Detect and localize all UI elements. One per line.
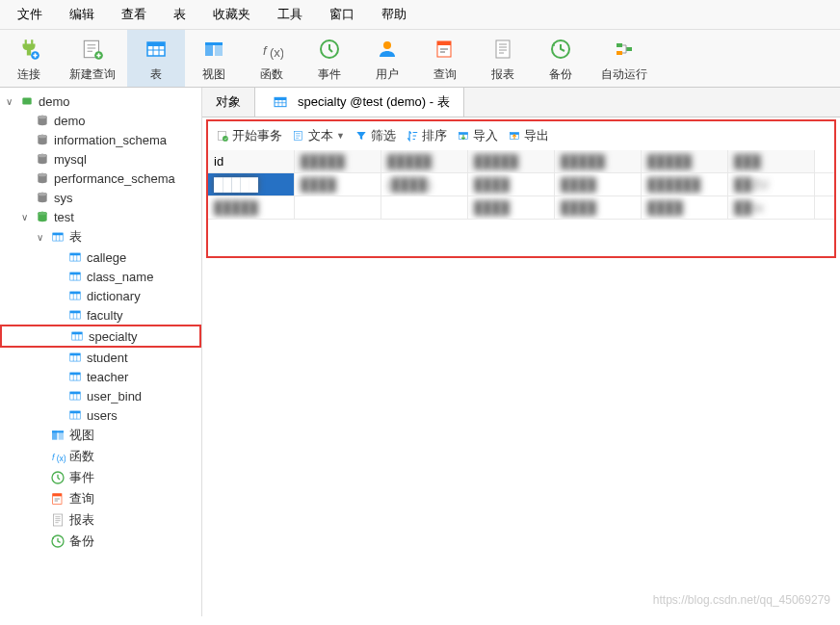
svg-rect-18 xyxy=(626,47,632,51)
tblbtn-import-icon[interactable]: 导入 xyxy=(457,127,498,144)
tableitem-icon xyxy=(67,388,83,404)
tree-information_schema[interactable]: information_schema xyxy=(0,130,201,149)
tree-demo[interactable]: ∨demo xyxy=(0,91,201,111)
toolbar-function-icon[interactable]: f(x)函数 xyxy=(243,30,301,87)
col-header[interactable]: █████ xyxy=(295,150,381,172)
tblbtn-tx-icon[interactable]: 开始事务 xyxy=(216,127,282,144)
tree-备份[interactable]: 备份 xyxy=(0,531,201,552)
toolbar-report-icon[interactable]: 报表 xyxy=(474,30,532,87)
table-row[interactable]: █████████(████)████████████████ZU xyxy=(208,173,834,196)
tree-users[interactable]: users xyxy=(0,405,201,425)
tree-事件[interactable]: 事件 xyxy=(0,467,201,488)
tableitem-icon xyxy=(67,369,83,384)
toolbar-view-icon[interactable]: 视图 xyxy=(185,30,243,87)
toolbar-plug-icon[interactable]: 连接 xyxy=(0,30,58,87)
cell[interactable]: ████ xyxy=(555,196,642,219)
table-row[interactable]: ███████████████████ro xyxy=(208,196,834,220)
db-icon xyxy=(35,190,50,205)
cell[interactable]: █████ xyxy=(208,173,295,195)
newquery-icon xyxy=(79,36,106,63)
tree-toggle[interactable]: ∨ xyxy=(33,232,46,243)
tblbtn-filter-icon[interactable]: 筛选 xyxy=(354,127,396,144)
svg-rect-47 xyxy=(70,373,81,375)
tree-label: sys xyxy=(54,191,73,205)
db-icon xyxy=(35,132,50,147)
tree-视图[interactable]: 视图 xyxy=(0,425,201,446)
cell[interactable]: ██████ xyxy=(642,173,728,195)
col-header[interactable]: █████ xyxy=(555,150,642,172)
tree-toggle[interactable]: ∨ xyxy=(17,212,31,222)
tree-callege[interactable]: callege xyxy=(0,247,201,267)
svg-point-21 xyxy=(38,116,46,119)
tree-表[interactable]: ∨表 xyxy=(0,226,201,247)
tree-performance_schema[interactable]: performance_schema xyxy=(0,169,201,188)
svg-rect-19 xyxy=(22,98,31,105)
cell[interactable]: ████ xyxy=(295,173,381,195)
report-icon xyxy=(50,512,66,528)
tree-specialty[interactable]: specialty xyxy=(0,325,201,348)
tblbtn-text-icon[interactable]: 文本 ▼ xyxy=(292,127,345,144)
col-header[interactable]: █████ xyxy=(468,150,555,172)
tree-demo[interactable]: demo xyxy=(0,111,201,130)
menu-查看[interactable]: 查看 xyxy=(108,2,160,27)
cell[interactable]: ██ZU xyxy=(728,173,815,195)
menu-表[interactable]: 表 xyxy=(160,2,199,27)
cell[interactable] xyxy=(295,196,381,219)
tree-class_name[interactable]: class_name xyxy=(0,267,201,286)
tree-报表[interactable]: 报表 xyxy=(0,509,201,531)
menu-窗口[interactable]: 窗口 xyxy=(316,2,368,27)
tree-函数[interactable]: f(x)函数 xyxy=(0,446,201,467)
menu-帮助[interactable]: 帮助 xyxy=(368,2,420,27)
text-icon xyxy=(292,129,305,143)
tblbtn-export-icon[interactable]: 导出 xyxy=(508,127,549,144)
cell[interactable]: ████ xyxy=(642,196,728,219)
filter-icon xyxy=(354,129,368,143)
cell[interactable]: ████ xyxy=(555,173,642,195)
tree-faculty[interactable]: faculty xyxy=(0,305,201,325)
col-header[interactable]: ███ xyxy=(728,150,815,172)
tree-test[interactable]: ∨test xyxy=(0,207,201,226)
toolbar-autorun-icon[interactable]: 自动运行 xyxy=(590,30,659,87)
col-header[interactable]: █████ xyxy=(642,150,728,172)
tree-teacher[interactable]: teacher xyxy=(0,367,201,386)
tblbtn-label: 排序 xyxy=(422,127,447,144)
tree-label: specialty xyxy=(89,329,138,344)
col-header[interactable]: id xyxy=(208,150,295,172)
cell[interactable]: ██ro xyxy=(728,196,815,219)
svg-rect-43 xyxy=(72,332,83,334)
cell[interactable]: █████ xyxy=(208,196,295,219)
toolbar-table-icon[interactable]: 表 xyxy=(127,30,185,87)
menu-收藏夹[interactable]: 收藏夹 xyxy=(199,2,264,27)
cell[interactable]: ████ xyxy=(468,196,555,219)
col-header[interactable]: █████ xyxy=(381,150,468,172)
toolbar-event-icon[interactable]: 事件 xyxy=(301,30,358,87)
highlighted-region: 开始事务文本 ▼筛选排序导入导出 id█████████████████████… xyxy=(206,119,836,258)
tblbtn-sort-icon[interactable]: 排序 xyxy=(406,127,447,144)
toolbar-user-icon[interactable]: 用户 xyxy=(358,30,416,87)
toolbar-query-icon[interactable]: 查询 xyxy=(416,30,474,87)
cell[interactable]: ████ xyxy=(468,173,555,195)
view-icon xyxy=(50,428,66,443)
tree-sys[interactable]: sys xyxy=(0,188,201,207)
tableitem-icon xyxy=(69,328,85,344)
tblbtn-label: 导入 xyxy=(473,127,498,144)
tree-toggle[interactable]: ∨ xyxy=(2,96,15,107)
toolbar-backup-icon[interactable]: 备份 xyxy=(532,30,590,87)
tab-specialty @test (demo) - 表[interactable]: specialty @test (demo) - 表 xyxy=(255,88,464,117)
cell[interactable] xyxy=(381,196,468,219)
tree-mysql[interactable]: mysql xyxy=(0,149,201,169)
svg-point-11 xyxy=(383,41,391,49)
data-grid[interactable]: id█████████████████████████████████████(… xyxy=(208,150,834,256)
svg-point-65 xyxy=(223,136,228,142)
tree-user_bind[interactable]: user_bind xyxy=(0,386,201,405)
tab-对象[interactable]: 对象 xyxy=(202,88,255,117)
cell[interactable]: (████) xyxy=(381,173,468,195)
menu-编辑[interactable]: 编辑 xyxy=(56,2,108,27)
toolbar-newquery-icon[interactable]: 新建查询 xyxy=(58,30,127,87)
menu-文件[interactable]: 文件 xyxy=(4,2,56,27)
tree-dictionary[interactable]: dictionary xyxy=(0,286,201,305)
menu-工具[interactable]: 工具 xyxy=(264,2,316,27)
tree-查询[interactable]: 查询 xyxy=(0,488,201,509)
tree-label: class_name xyxy=(87,270,153,284)
tree-student[interactable]: student xyxy=(0,348,201,367)
